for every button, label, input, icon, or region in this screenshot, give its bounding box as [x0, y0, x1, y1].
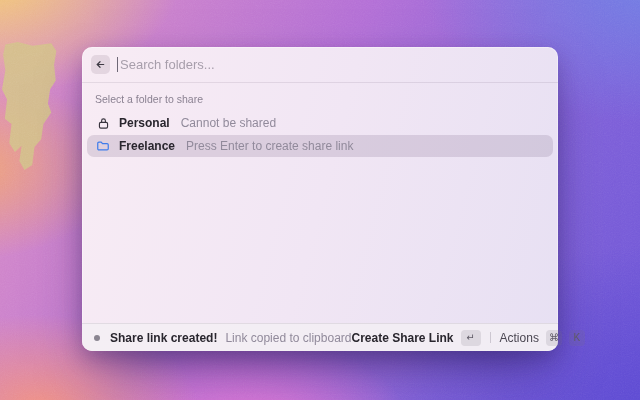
- back-button[interactable]: [91, 55, 110, 74]
- folder-row-freelance[interactable]: Freelance Press Enter to create share li…: [87, 135, 553, 157]
- footer-bar: Share link created! Link copied to clipb…: [82, 323, 558, 351]
- enter-key-icon: ↵: [461, 330, 481, 346]
- status-message: Share link created!: [110, 331, 217, 345]
- footer-actions: Create Share Link ↵ Actions ⌘ K: [351, 330, 584, 346]
- actions-menu-button[interactable]: Actions: [500, 331, 539, 345]
- folder-row-personal[interactable]: Personal Cannot be shared: [87, 112, 553, 134]
- k-key-icon: K: [569, 330, 585, 346]
- footer-divider: [490, 332, 491, 343]
- status-detail: Link copied to clipboard: [225, 331, 351, 345]
- folder-hint: Press Enter to create share link: [186, 139, 353, 153]
- results-list: Select a folder to share Personal Cannot…: [82, 83, 558, 323]
- wallpaper-texture-blob: [2, 42, 58, 170]
- search-bar: [82, 47, 558, 83]
- folder-icon: [96, 139, 110, 153]
- status-dot-icon: [94, 335, 100, 341]
- folder-name: Freelance: [119, 139, 175, 153]
- search-input[interactable]: [118, 57, 549, 72]
- command-key-icon: ⌘: [546, 330, 562, 346]
- folder-hint: Cannot be shared: [181, 116, 276, 130]
- desktop-wallpaper: Select a folder to share Personal Cannot…: [0, 0, 640, 400]
- folder-name: Personal: [119, 116, 170, 130]
- section-header: Select a folder to share: [87, 89, 553, 112]
- lock-icon: [96, 117, 110, 130]
- arrow-left-icon: [95, 59, 106, 70]
- create-share-link-button[interactable]: Create Share Link: [351, 331, 453, 345]
- command-palette-window: Select a folder to share Personal Cannot…: [82, 47, 558, 351]
